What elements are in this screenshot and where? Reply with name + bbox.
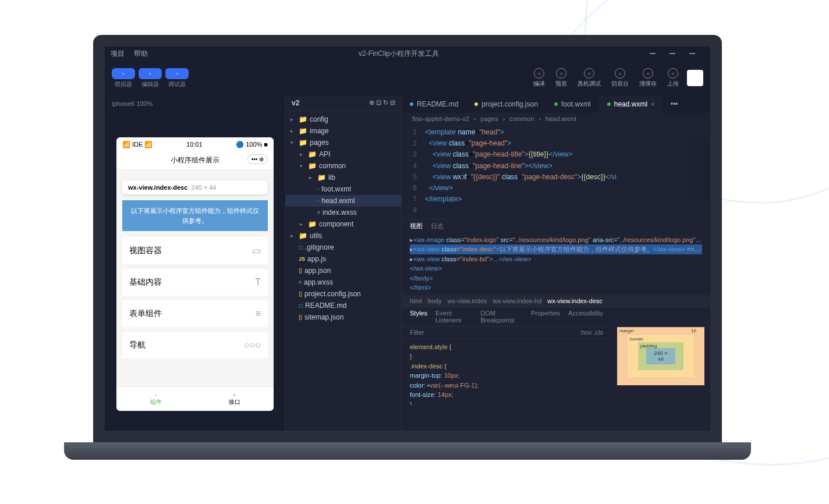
top-action[interactable]: ○预览	[555, 68, 567, 88]
tab-more[interactable]: •••	[663, 95, 686, 113]
explorer-actions[interactable]: ⊕ ⊡ ↻ ⊟	[369, 99, 395, 107]
style-rules[interactable]: element.style {}.index-desc {</span></di…	[402, 339, 611, 405]
tree-item[interactable]: ▫head.wxml	[286, 195, 401, 207]
dom-tree[interactable]: ▸<wx-image class="index-logo" src="../re…	[402, 233, 710, 295]
top-action[interactable]: ○真机调试	[578, 68, 601, 88]
menubar: 项目 帮助 v2-FinClip小程序开发工具	[105, 47, 710, 61]
tree-item[interactable]: ▸📁API	[286, 148, 401, 160]
mode-pill[interactable]: ▫	[165, 68, 189, 79]
laptop-frame: 项目 帮助 v2-FinClip小程序开发工具 ▫模拟器▫编辑器▫调试器 ○编译…	[93, 35, 722, 460]
tree-item[interactable]: ▸📁lib	[286, 172, 401, 183]
editor-tab[interactable]: head.wxml×	[599, 95, 663, 113]
top-action[interactable]: ○切后台	[611, 68, 629, 88]
style-tab[interactable]: Event Listeners	[435, 310, 472, 324]
list-item[interactable]: 导航○○○	[122, 332, 268, 359]
tree-item[interactable]: ▾📁pages	[286, 137, 401, 148]
mode-pill[interactable]: ▫	[112, 68, 135, 79]
list-item[interactable]: 视图容器▭	[122, 237, 268, 264]
style-tab[interactable]: Styles	[410, 310, 427, 324]
box-model: margin 10 border padding 240 × 44	[611, 307, 710, 405]
code-editor[interactable]: 1<template name="head">2 <view class="pa…	[402, 125, 710, 219]
editor-tab[interactable]: project.config.json	[466, 95, 546, 113]
phone-tab[interactable]: ▫组件	[116, 387, 195, 411]
inspector-panel: 视图日志 ▸<wx-image class="index-logo" src="…	[402, 219, 710, 405]
toolbar: ▫模拟器▫编辑器▫调试器 ○编译○预览○真机调试○切后台○清缓存○上传	[105, 61, 710, 95]
breadcrumb[interactable]: fino-applet-demo-v2›pages›common›head.wx…	[402, 113, 710, 125]
style-filter[interactable]: Filter	[410, 329, 424, 336]
explorer-root[interactable]: v2	[292, 99, 299, 107]
style-tab[interactable]: DOM Breakpoints	[480, 310, 523, 324]
tree-item[interactable]: ▫foot.wxml	[286, 183, 401, 195]
tree-item[interactable]: #index.wxss	[286, 207, 401, 218]
top-action[interactable]: ○上传	[667, 68, 679, 88]
inspector-tab[interactable]: 日志	[431, 222, 444, 230]
element-tooltip: wx-view.index-desc240 × 44	[122, 180, 268, 194]
tree-item[interactable]: ▸📁utils	[286, 230, 401, 242]
editor-tab[interactable]: README.md	[402, 95, 466, 113]
phone-simulator[interactable]: 📶 IDE 📶 10:01 🔵 100% ■ 小程序组件展示 ••• ⊗ wx-…	[116, 137, 274, 411]
tree-item[interactable]: ◻README.md	[286, 300, 401, 311]
top-action[interactable]: ○清缓存	[639, 68, 657, 88]
phone-tab[interactable]: ▫接口	[195, 387, 274, 411]
simulator-panel: iphone6 100% 📶 IDE 📶 10:01 🔵 100% ■ 小程序组…	[105, 95, 285, 431]
style-tab[interactable]: Properties	[531, 310, 560, 324]
editor-area: README.mdproject.config.jsonfoot.wxmlhea…	[402, 95, 710, 431]
list-item[interactable]: 表单组件≡	[122, 300, 268, 327]
list-item[interactable]: 基础内容T	[122, 269, 268, 296]
style-hov[interactable]: :hov .cls	[580, 329, 603, 336]
capsule-button[interactable]: ••• ⊗	[247, 154, 268, 164]
tree-item[interactable]: ◻.gitignore	[286, 242, 401, 253]
editor-tab[interactable]: foot.wxml	[546, 95, 599, 113]
tree-item[interactable]: {}project.config.json	[286, 288, 401, 300]
menu-help[interactable]: 帮助	[134, 49, 148, 59]
file-explorer: v2 ⊕ ⊡ ↻ ⊟ ▸📁config▸📁image▾📁pages▸📁API▾📁…	[285, 95, 402, 431]
tree-item[interactable]: {}sitemap.json	[286, 311, 401, 323]
minimap[interactable]	[687, 142, 710, 200]
device-label: iphone6 100%	[108, 99, 282, 108]
avatar[interactable]	[687, 70, 703, 86]
tree-item[interactable]: ▾📁common	[286, 160, 401, 172]
tree-item[interactable]: JSapp.js	[286, 253, 401, 265]
tree-item[interactable]: ▸📁config	[286, 113, 401, 125]
tree-item[interactable]: ▸📁component	[286, 218, 401, 230]
inspector-tab[interactable]: 视图	[410, 222, 423, 230]
top-action[interactable]: ○编译	[533, 68, 545, 88]
window-controls[interactable]	[650, 53, 704, 54]
highlighted-element[interactable]: 以下将展示小程序官方组件能力，组件样式仅供参考。	[122, 200, 268, 231]
dom-breadcrumb[interactable]: htmlbodywx-view.indexwx-view.index-hdwx-…	[402, 295, 710, 307]
menu-project[interactable]: 项目	[111, 49, 125, 59]
tree-item[interactable]: ▸📁image	[286, 125, 401, 137]
tree-item[interactable]: {}app.json	[286, 265, 401, 276]
app-title: 小程序组件展示 ••• ⊗	[116, 152, 274, 169]
phone-statusbar: 📶 IDE 📶 10:01 🔵 100% ■	[116, 137, 274, 152]
window-title: v2-FinClip小程序开发工具	[157, 49, 640, 59]
tree-item[interactable]: #app.wxss	[286, 276, 401, 288]
style-tab[interactable]: Accessibility	[568, 310, 603, 324]
mode-pill[interactable]: ▫	[139, 68, 162, 79]
